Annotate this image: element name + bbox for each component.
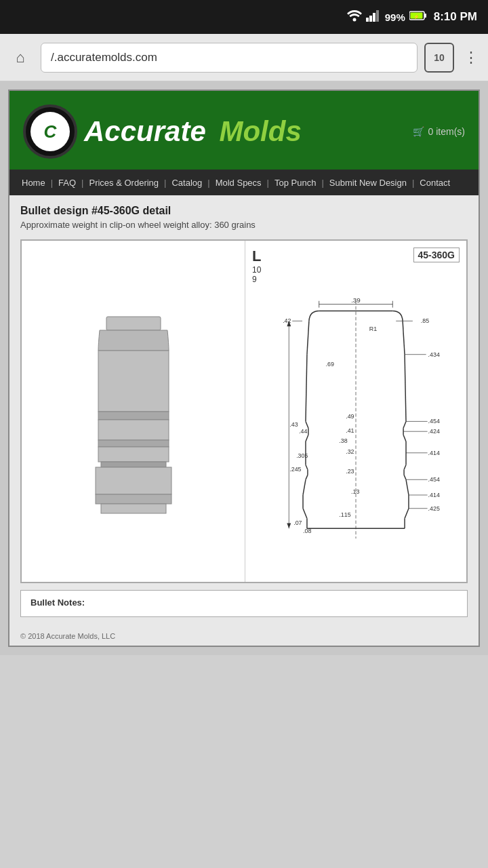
svg-marker-89 [287, 523, 291, 528]
browser-menu-button[interactable]: ⋮ [461, 44, 481, 71]
technical-drawing: .39 .42 .85 R1 .434 .69 [252, 288, 460, 575]
svg-text:.39: .39 [351, 296, 361, 303]
url-text: /.accuratemolds.com [51, 51, 157, 64]
notes-box: Bullet Notes: [20, 590, 468, 617]
nav-faq[interactable]: FAQ [53, 170, 81, 195]
svg-text:.85: .85 [421, 317, 429, 324]
svg-line-34 [404, 465, 406, 469]
svg-text:.13: .13 [351, 488, 359, 495]
home-button[interactable]: ⌂ [7, 44, 34, 71]
svg-line-30 [403, 435, 406, 441]
svg-rect-16 [96, 467, 171, 494]
svg-text:.425: .425 [428, 505, 440, 511]
svg-rect-14 [98, 447, 169, 462]
cart-count: 0 item(s) [428, 126, 465, 137]
svg-text:.08: .08 [303, 528, 311, 534]
svg-line-26 [403, 421, 406, 428]
nav-submit[interactable]: Submit New Design [324, 170, 412, 195]
tabs-count: 10 [434, 52, 445, 63]
svg-rect-9 [106, 317, 161, 330]
browser-chrome: ⌂ /.accuratemolds.com 10 ⋮ [0, 34, 488, 81]
svg-text:.44: .44 [299, 428, 307, 435]
logo-text-plain: Accurate [84, 115, 206, 147]
diagram-container: L 10 9 45-360G [20, 239, 468, 583]
svg-line-40 [406, 479, 409, 495]
signal-icon [366, 9, 381, 24]
svg-text:R1: R1 [369, 326, 377, 332]
bullet-illustration [66, 296, 201, 527]
svg-rect-6 [424, 14, 426, 18]
battery-icon: ⚡ [409, 10, 427, 24]
svg-text:.414: .414 [428, 492, 440, 498]
svg-rect-11 [98, 412, 169, 420]
tabs-button[interactable]: 10 [424, 43, 454, 73]
nav-top-punch[interactable]: Top Punch [269, 170, 321, 195]
svg-text:.115: .115 [339, 511, 350, 517]
svg-text:.32: .32 [346, 448, 354, 455]
time-display: 8:10 PM [434, 10, 477, 24]
page-body: Bullet design #45-360G detail Approximat… [9, 195, 479, 627]
notes-label: Bullet Notes: [30, 597, 85, 608]
site-footer: © 2018 Accurate Molds, LLC [9, 627, 479, 646]
svg-text:.305: .305 [296, 452, 308, 458]
svg-line-24 [405, 354, 406, 421]
svg-text:.07: .07 [293, 519, 302, 526]
svg-line-25 [306, 421, 308, 428]
diagram-num: 10 9 [252, 265, 261, 285]
svg-line-21 [307, 321, 309, 354]
svg-rect-17 [96, 494, 171, 504]
diagram-label-l: L [252, 248, 261, 265]
svg-text:.454: .454 [428, 476, 440, 483]
svg-text:.454: .454 [428, 418, 440, 425]
svg-rect-18 [101, 504, 166, 513]
svg-text:⚡: ⚡ [413, 14, 419, 20]
wifi-icon [347, 9, 362, 24]
svg-line-39 [303, 479, 306, 495]
svg-rect-15 [101, 462, 166, 467]
svg-text:.414: .414 [428, 450, 440, 456]
svg-line-44 [405, 509, 409, 519]
svg-text:.245: .245 [289, 466, 301, 473]
nav-contact[interactable]: Contact [414, 170, 455, 195]
nav-catalog[interactable]: Catalog [166, 170, 207, 195]
svg-rect-3 [373, 13, 375, 22]
svg-rect-1 [366, 18, 369, 22]
logo-area: C Accurate Molds [23, 104, 302, 159]
site-container: C Accurate Molds 🛒 0 item(s) Home | FAQ … [8, 90, 480, 647]
logo-letter: C [30, 112, 70, 151]
svg-line-43 [303, 509, 307, 519]
svg-rect-10 [98, 351, 169, 412]
svg-rect-4 [376, 10, 379, 22]
svg-text:.69: .69 [326, 361, 334, 368]
cart-icon: 🛒 [413, 126, 424, 137]
page-wrapper: C Accurate Molds 🛒 0 item(s) Home | FAQ … [0, 81, 488, 655]
svg-line-33 [306, 465, 308, 469]
svg-text:.41: .41 [346, 427, 354, 434]
svg-text:.424: .424 [428, 428, 440, 435]
status-bar: 99% ⚡ 8:10 PM [0, 0, 488, 34]
cart-area[interactable]: 🛒 0 item(s) [413, 126, 465, 137]
svg-text:.38: .38 [339, 437, 347, 444]
svg-rect-12 [98, 420, 169, 440]
svg-line-29 [306, 435, 308, 441]
copyright-text: © 2018 Accurate Molds, LLC [20, 632, 115, 640]
svg-line-23 [306, 354, 307, 421]
logo-circle: C [23, 104, 77, 159]
nav-bar: Home | FAQ | Prices & Ordering | Catalog… [9, 170, 479, 195]
diagram-right: L 10 9 45-360G [245, 241, 466, 582]
svg-line-37 [306, 475, 308, 479]
nav-home[interactable]: Home [16, 170, 51, 195]
logo-text-colored: Molds [219, 115, 301, 147]
svg-rect-2 [369, 16, 372, 22]
nav-prices[interactable]: Prices & Ordering [83, 170, 164, 195]
page-subtitle: Approximate weight in clip-on wheel weig… [20, 220, 468, 230]
nav-mold-specs[interactable]: Mold Specs [210, 170, 267, 195]
svg-text:.49: .49 [346, 413, 354, 420]
svg-point-0 [352, 18, 356, 22]
svg-text:.43: .43 [289, 421, 298, 428]
battery-percent: 99% [385, 12, 405, 23]
page-title: Bullet design #45-360G detail [20, 205, 468, 217]
svg-line-22 [403, 321, 405, 354]
diagram-id: 45-360G [413, 248, 460, 262]
url-bar[interactable]: /.accuratemolds.com [41, 43, 418, 73]
